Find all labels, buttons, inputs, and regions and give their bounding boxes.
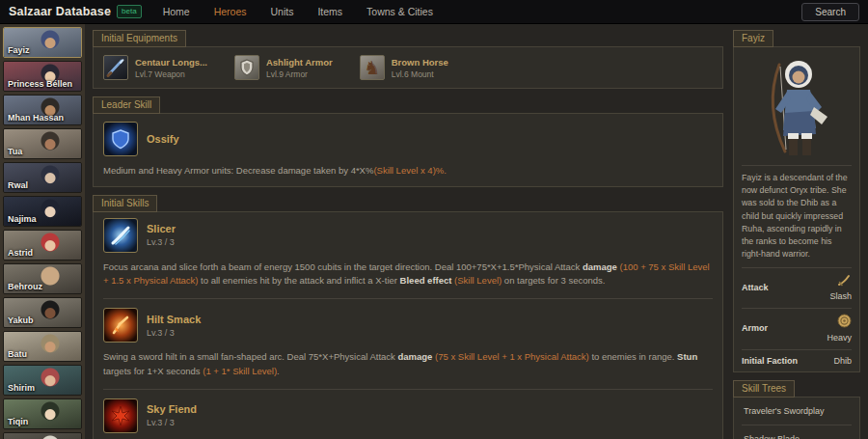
hero-name-label: Tiqin (8, 417, 28, 426)
equipment-sub: Lvl.6 Mount (392, 69, 448, 79)
section-tab-hero-name: Fayiz (733, 30, 773, 47)
sidebar-item-batu[interactable]: Batu (3, 331, 82, 362)
sidebar-item-tiqin[interactable]: Tiqin (3, 398, 82, 429)
armor-icon (234, 55, 259, 80)
sidebar-item-shirim[interactable]: Shirim (3, 365, 82, 396)
attr-value: Heavy (827, 333, 852, 343)
slash-icon (103, 218, 138, 253)
section-tab-equipments: Initial Equipments (93, 30, 186, 47)
equipment-name: Brown Horse (392, 57, 448, 68)
skill-tree-travelers-swordplay[interactable]: Traveler's Swordplay (742, 398, 852, 425)
section-tab-leader-skill: Leader Skill (93, 96, 160, 114)
nav-item-towns[interactable]: Towns & Cities (366, 6, 433, 17)
sidebar-item-astrid[interactable]: Astrid (3, 230, 82, 261)
skill-level: Lv.3 / 3 (147, 418, 197, 427)
app-window: Salzaar Database beta Home Heroes Units … (0, 0, 868, 439)
leader-skill-description: Medium and Heavy Armor units: Decrease d… (103, 164, 713, 178)
sidebar-item-princess-bellen[interactable]: Princess Béllen (3, 61, 82, 92)
skill-description: Focus arcana and slice forth a beam of e… (103, 261, 713, 288)
hero-portrait (4, 433, 81, 439)
skill-trees-section: Skill Trees Traveler's Swordplay Shadow … (733, 378, 860, 439)
hilt-smack-icon (103, 308, 138, 343)
attr-row-faction: Initial Faction Dhib (742, 349, 852, 366)
sidebar-item-behrouz[interactable]: Behrouz (3, 263, 82, 294)
equipment-item-armor[interactable]: Ashlight ArmorLvl.9 Armor (234, 55, 333, 80)
nav-item-heroes[interactable]: Heroes (214, 6, 247, 17)
attr-row-attack: Attack Slash (742, 267, 852, 301)
hero-name-label: Batu (8, 349, 27, 359)
nav-item-items[interactable]: Items (317, 6, 342, 17)
sidebar-item-partial[interactable] (3, 432, 82, 439)
content: Fayiz Princess Béllen Mhan Hassan Tua Rw… (0, 24, 868, 439)
skill-name: Sky Fiend (147, 403, 197, 415)
initial-skills-section: Initial Skills SlicerLv.3 / 3 Focus arca… (93, 193, 723, 439)
equipment-sub: Lvl.9 Armor (266, 69, 333, 79)
horse-icon: ♞ (360, 55, 385, 80)
equipment-name: Ashlight Armor (266, 57, 333, 68)
hero-name-label: Shirim (8, 383, 35, 393)
attr-value: Slash (829, 291, 852, 301)
skill-description: Swing a sword hilt in a small fan-shaped… (103, 350, 713, 378)
hero-name-label: Behrouz (8, 282, 42, 291)
main-nav: Home Heroes Units Items Towns & Cities (163, 6, 433, 17)
brand-title: Salzaar Database (9, 5, 111, 18)
attr-label: Initial Faction (742, 356, 798, 366)
fiend-burst-icon (103, 398, 138, 433)
search-button[interactable]: Search (801, 3, 859, 21)
attr-row-armor: Armor Heavy (742, 308, 852, 343)
hero-name-label: Mhan Hassan (8, 113, 64, 123)
skill-entry-slicer: SlicerLv.3 / 3 Focus arcana and slice fo… (103, 216, 713, 299)
equipment-item-weapon[interactable]: Centaur Longs...Lvl.7 Weapon (103, 55, 207, 80)
hero-name-label: Astrid (8, 248, 33, 258)
hero-name-label: Najima (8, 214, 37, 224)
skill-name: Hilt Smack (147, 314, 201, 325)
hero-name-label: Fayiz (8, 45, 30, 55)
nav-item-home[interactable]: Home (163, 6, 190, 17)
hero-detail-column: Fayiz (733, 24, 868, 439)
equipment-sub: Lvl.7 Weapon (135, 69, 207, 79)
shield-glow-icon (103, 122, 138, 156)
skill-level: Lv.3 / 3 (147, 328, 201, 338)
hero-list-sidebar: Fayiz Princess Béllen Mhan Hassan Tua Rw… (0, 24, 85, 439)
skill-level: Lv.3 / 3 (147, 237, 176, 247)
skill-name: Slicer (147, 223, 176, 234)
attr-value: Dhib (833, 356, 852, 366)
beta-badge: beta (117, 5, 142, 18)
equipment-name: Centaur Longs... (135, 57, 207, 68)
section-tab-skill-trees: Skill Trees (733, 380, 795, 398)
equipment-item-mount[interactable]: ♞ Brown HorseLvl.6 Mount (360, 55, 448, 80)
attr-label: Armor (742, 323, 768, 333)
hero-name-label: Tua (8, 147, 22, 156)
sidebar-item-yakub[interactable]: Yakub (3, 297, 82, 328)
sidebar-item-fayiz[interactable]: Fayiz (3, 27, 82, 58)
leader-skill-name: Ossify (147, 133, 179, 145)
sidebar-item-tua[interactable]: Tua (3, 128, 82, 159)
hero-name-label: Yakub (8, 316, 34, 325)
hero-detail-section: Fayiz (733, 28, 860, 372)
initial-equipments-section: Initial Equipments Centaur Longs...Lvl.7… (93, 28, 723, 89)
topbar: Salzaar Database beta Home Heroes Units … (0, 0, 868, 24)
skill-entry-hilt-smack: Hilt SmackLv.3 / 3 Swing a sword hilt in… (103, 299, 713, 389)
section-tab-initial-skills: Initial Skills (93, 195, 157, 212)
sidebar-item-rwal[interactable]: Rwal (3, 162, 82, 193)
hero-name-label: Princess Béllen (8, 79, 72, 89)
hero-description: Fayiz is a descendant of the now defunct… (742, 172, 852, 261)
hero-name-label: Rwal (8, 180, 28, 190)
sword-icon (103, 55, 128, 80)
hero-full-art (742, 53, 852, 161)
sidebar-item-najima[interactable]: Najima (3, 196, 82, 227)
skill-entry-sky-fiend: Sky FiendLv.3 / 3 Leap in front of an en… (103, 390, 713, 439)
main-column: Initial Equipments Centaur Longs...Lvl.7… (85, 24, 733, 439)
scimitar-icon (837, 273, 852, 290)
skill-tree-shadow-blade[interactable]: Shadow Blade (742, 425, 852, 439)
nav-item-units[interactable]: Units (271, 6, 294, 17)
sidebar-item-mhan-hassan[interactable]: Mhan Hassan (3, 95, 82, 125)
attr-label: Attack (742, 283, 769, 292)
round-shield-icon (837, 314, 852, 332)
divider (742, 165, 852, 166)
leader-skill-section: Leader Skill Ossify Medium and Heavy Arm… (93, 95, 723, 187)
